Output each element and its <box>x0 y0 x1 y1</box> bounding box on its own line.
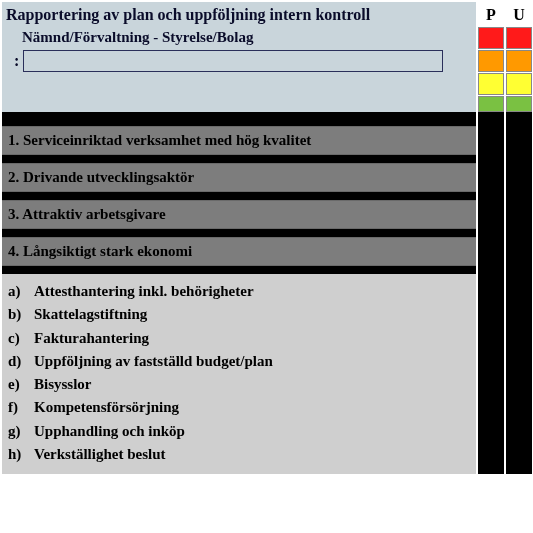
category-row-1: 1. Serviceinriktad verksamhet med hög kv… <box>2 126 476 155</box>
sep-p-cat4 <box>478 266 504 274</box>
item-tag: a) <box>8 280 28 303</box>
legend-u-orange <box>506 50 532 72</box>
layout-grid: Rapportering av plan och uppföljning int… <box>2 2 531 474</box>
column-header-p: P <box>478 2 504 27</box>
item-tag: f) <box>8 396 28 419</box>
separator-u <box>506 112 532 126</box>
sep-u-cat3 <box>506 229 532 237</box>
category-number: 1. <box>8 132 19 148</box>
item-label: Attesthantering inkl. behörigheter <box>34 280 254 303</box>
list-item: d) Uppföljning av fastställd budget/plan <box>8 350 470 373</box>
list-item: c) Fakturahantering <box>8 327 470 350</box>
separator-row <box>2 112 476 126</box>
category-number: 3. <box>8 206 19 222</box>
legend-p <box>478 27 504 112</box>
item-tag: b) <box>8 303 28 326</box>
legend-u-green <box>506 96 532 112</box>
sep-p-cat3 <box>478 229 504 237</box>
item-label: Skattelagstiftning <box>34 303 147 326</box>
cell-p-cat2 <box>478 163 504 192</box>
category-row-2: 2. Drivande utvecklingsaktör <box>2 163 476 192</box>
item-label: Upphandling och inköp <box>34 420 185 443</box>
item-tag: e) <box>8 373 28 396</box>
item-label: Fakturahantering <box>34 327 149 350</box>
item-label: Bisysslor <box>34 373 92 396</box>
legend-p-red <box>478 27 504 49</box>
column-header-u: U <box>506 2 532 27</box>
legend-u-red <box>506 27 532 49</box>
list-item: f) Kompetensförsörjning <box>8 396 470 419</box>
category-row-4: 4. Långsiktigt stark ekonomi <box>2 237 476 266</box>
legend-p-green <box>478 96 504 112</box>
legend-u-yellow <box>506 73 532 95</box>
sep-p-cat1 <box>478 155 504 163</box>
sep-u-cat1 <box>506 155 532 163</box>
cell-p-cat4 <box>478 237 504 266</box>
org-name-input[interactable] <box>23 50 443 72</box>
header-field-row: : <box>14 50 470 72</box>
items-block: a) Attesthantering inkl. behörigheter b)… <box>2 274 476 474</box>
sep-after-cat1 <box>2 155 476 163</box>
cell-u-cat1 <box>506 126 532 155</box>
category-label: Serviceinriktad verksamhet med hög kvali… <box>23 132 311 148</box>
item-tag: d) <box>8 350 28 373</box>
list-item: a) Attesthantering inkl. behörigheter <box>8 280 470 303</box>
cell-u-cat2 <box>506 163 532 192</box>
header-colon: : <box>14 52 19 70</box>
sep-after-cat3 <box>2 229 476 237</box>
category-row-3: 3. Attraktiv arbetsgivare <box>2 200 476 229</box>
header-body: Nämnd/Förvaltning - Styrelse/Bolag : <box>2 27 476 112</box>
header-subtitle: Nämnd/Förvaltning - Styrelse/Bolag <box>22 29 470 46</box>
category-label: Attraktiv arbetsgivare <box>22 206 165 222</box>
list-item: b) Skattelagstiftning <box>8 303 470 326</box>
category-label: Drivande utvecklingsaktör <box>23 169 194 185</box>
legend-p-orange <box>478 50 504 72</box>
item-tag: h) <box>8 443 28 466</box>
sep-u-cat4 <box>506 266 532 274</box>
legend-u <box>506 27 532 112</box>
sep-p-cat2 <box>478 192 504 200</box>
list-item: e) Bisysslor <box>8 373 470 396</box>
sep-after-cat4 <box>2 266 476 274</box>
cell-p-cat1 <box>478 126 504 155</box>
cell-p-cat3 <box>478 200 504 229</box>
list-item: h) Verkställighet beslut <box>8 443 470 466</box>
item-tag: c) <box>8 327 28 350</box>
category-number: 4. <box>8 243 19 259</box>
category-number: 2. <box>8 169 19 185</box>
cell-u-cat3 <box>506 200 532 229</box>
cell-u-items <box>506 274 532 474</box>
list-item: g) Upphandling och inköp <box>8 420 470 443</box>
cell-u-cat4 <box>506 237 532 266</box>
sep-u-cat2 <box>506 192 532 200</box>
item-tag: g) <box>8 420 28 443</box>
separator-p <box>478 112 504 126</box>
cell-p-items <box>478 274 504 474</box>
item-label: Verkställighet beslut <box>34 443 166 466</box>
legend-p-yellow <box>478 73 504 95</box>
page-title: Rapportering av plan och uppföljning int… <box>2 2 476 27</box>
sep-after-cat2 <box>2 192 476 200</box>
item-label: Uppföljning av fastställd budget/plan <box>34 350 273 373</box>
item-label: Kompetensförsörjning <box>34 396 179 419</box>
page-root: Rapportering av plan och uppföljning int… <box>0 0 533 533</box>
category-label: Långsiktigt stark ekonomi <box>23 243 192 259</box>
